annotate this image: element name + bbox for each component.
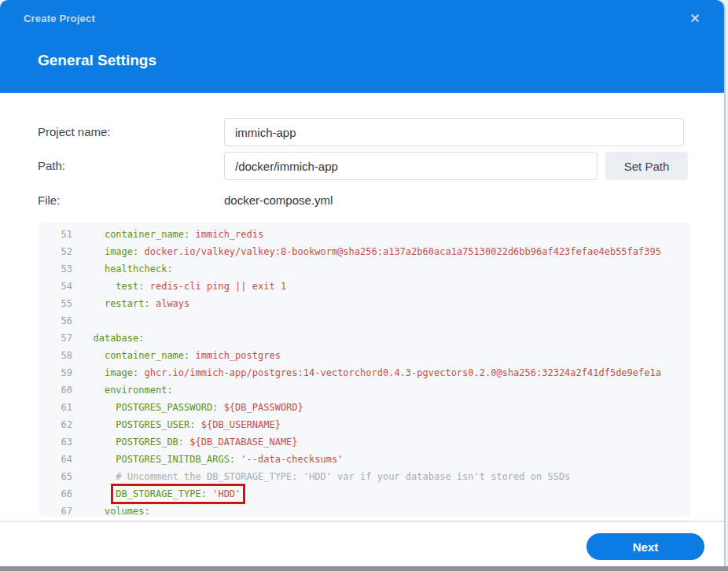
- code-content: image: ghcr.io/immich-app/postgres:14-ve…: [72, 364, 661, 381]
- create-project-dialog: Create Project ✕ General Settings Projec…: [0, 0, 726, 567]
- code-content: POSTGRES_INITDB_ARGS: '--data-checksums': [72, 451, 343, 468]
- code-content: POSTGRES_USER: ${DB_USERNAME}: [72, 416, 281, 433]
- path-label: Path:: [38, 159, 65, 172]
- line-number: 61: [39, 399, 72, 416]
- code-content: container_name: immich_redis: [72, 226, 263, 243]
- code-line: 67 volumes:: [39, 503, 690, 517]
- code-line: 55 restart: always: [39, 295, 690, 312]
- line-number: 57: [39, 330, 72, 347]
- line-number: 63: [39, 433, 72, 451]
- line-number: 59: [39, 364, 72, 381]
- project-name-label: Project name:: [38, 125, 111, 138]
- line-number: 60: [39, 381, 72, 399]
- dialog-header: Create Project ✕ General Settings: [0, 0, 724, 93]
- window-bottom-edge: [0, 566, 728, 571]
- code-content: volumes:: [72, 503, 150, 517]
- code-line: 59 image: ghcr.io/immich-app/postgres:14…: [39, 364, 690, 381]
- code-content: # Uncomment the DB_STORAGE_TYPE: 'HDD' v…: [72, 468, 570, 485]
- code-line: 58 container_name: immich_postgres: [39, 347, 690, 364]
- code-line: 53 healthcheck:: [39, 260, 690, 278]
- line-number: 52: [39, 243, 72, 260]
- next-button[interactable]: Next: [586, 533, 704, 560]
- line-number: 62: [39, 416, 72, 433]
- footer-divider: [0, 521, 724, 522]
- code-content: database:: [72, 330, 144, 347]
- code-content: POSTGRES_DB: ${DB_DATABASE_NAME}: [72, 433, 298, 451]
- screenshot-stage: Create Project ✕ General Settings Projec…: [0, 0, 728, 571]
- code-content: healthcheck:: [72, 260, 173, 278]
- line-number: 66: [39, 485, 72, 503]
- line-number: 53: [39, 260, 72, 278]
- line-number: 56: [39, 312, 72, 330]
- line-number: 58: [39, 347, 72, 364]
- code-content: [72, 312, 82, 330]
- line-number: 67: [39, 503, 72, 517]
- code-line: 65 # Uncomment the DB_STORAGE_TYPE: 'HDD…: [39, 468, 690, 485]
- page-title: General Settings: [38, 52, 156, 69]
- code-content: test: redis-cli ping || exit 1: [72, 278, 286, 295]
- code-line: 56: [39, 312, 690, 330]
- line-number: 64: [39, 451, 72, 468]
- code-content: image: docker.io/valkey/valkey:8-bookwor…: [72, 243, 661, 260]
- code-content: restart: always: [72, 295, 189, 312]
- close-icon[interactable]: ✕: [686, 10, 704, 28]
- yaml-code-editor[interactable]: 51 container_name: immich_redis52 image:…: [39, 223, 690, 517]
- file-value: docker-compose.yml: [224, 193, 333, 207]
- code-content: POSTGRES_PASSWORD: ${DB_PASSWORD}: [72, 399, 303, 416]
- code-content: DB_STORAGE_TYPE: 'HDD': [72, 485, 241, 503]
- set-path-button[interactable]: Set Path: [605, 152, 688, 180]
- window-title: Create Project: [24, 13, 95, 24]
- line-number: 51: [39, 226, 72, 243]
- line-number: 54: [39, 278, 72, 295]
- code-line: 57 database:: [39, 330, 690, 347]
- project-name-input[interactable]: [224, 118, 684, 146]
- highlighted-code: DB_STORAGE_TYPE: 'HDD': [116, 488, 241, 499]
- code-content: environment:: [72, 381, 173, 399]
- line-number: 55: [39, 295, 72, 312]
- code-content: container_name: immich_postgres: [72, 347, 281, 364]
- path-input[interactable]: [224, 152, 597, 180]
- code-line: 60 environment:: [39, 381, 690, 399]
- code-line: 66 DB_STORAGE_TYPE: 'HDD': [39, 485, 690, 503]
- code-line: 54 test: redis-cli ping || exit 1: [39, 278, 690, 295]
- code-line: 61 POSTGRES_PASSWORD: ${DB_PASSWORD}: [39, 399, 690, 416]
- code-line: 62 POSTGRES_USER: ${DB_USERNAME}: [39, 416, 690, 433]
- line-number: 65: [39, 468, 72, 485]
- code-line: 51 container_name: immich_redis: [39, 226, 690, 243]
- code-line: 52 image: docker.io/valkey/valkey:8-book…: [39, 243, 690, 260]
- code-line: 64 POSTGRES_INITDB_ARGS: '--data-checksu…: [39, 451, 690, 468]
- file-label: File:: [38, 193, 60, 207]
- code-line: 63 POSTGRES_DB: ${DB_DATABASE_NAME}: [39, 433, 690, 451]
